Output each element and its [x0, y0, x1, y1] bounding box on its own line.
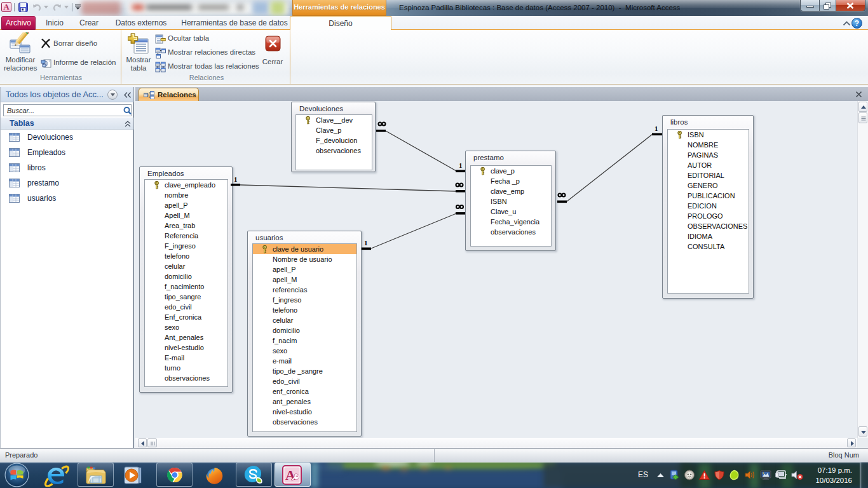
svg-text:1: 1 [364, 239, 368, 247]
svg-text:1: 1 [654, 125, 658, 132]
svg-text:A: A [285, 467, 295, 483]
svg-text:1: 1 [459, 161, 463, 169]
svg-text:1: 1 [234, 175, 238, 183]
